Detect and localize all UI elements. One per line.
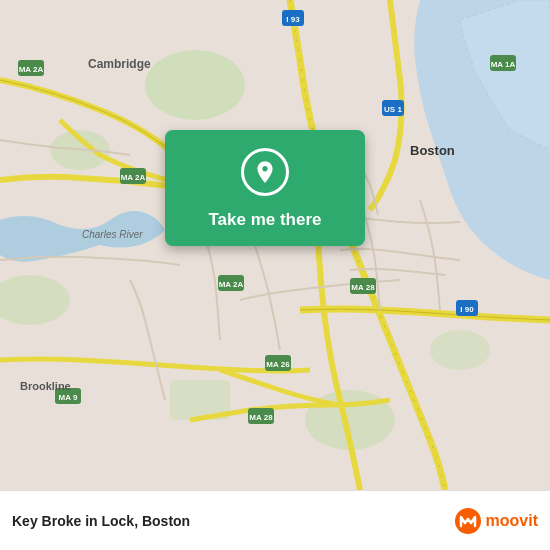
moovit-brand-text: moovit <box>486 512 538 530</box>
svg-text:Brookline: Brookline <box>20 380 71 392</box>
svg-text:Charles River: Charles River <box>82 229 143 240</box>
location-pin-icon <box>252 159 278 185</box>
svg-text:I 90: I 90 <box>460 305 474 314</box>
svg-text:Boston: Boston <box>410 143 455 158</box>
svg-text:I 93: I 93 <box>286 15 300 24</box>
svg-text:Cambridge: Cambridge <box>88 57 151 71</box>
map-container: I 93 US 1 MA 1A MA 2A MA 2A MA 2A MA 28 … <box>0 0 550 490</box>
svg-text:MA 2A: MA 2A <box>121 173 146 182</box>
svg-text:MA 2A: MA 2A <box>19 65 44 74</box>
svg-text:MA 28: MA 28 <box>249 413 273 422</box>
moovit-logo: moovit <box>454 507 538 535</box>
svg-text:US 1: US 1 <box>384 105 402 114</box>
svg-point-1 <box>145 50 245 120</box>
svg-text:MA 9: MA 9 <box>59 393 78 402</box>
location-card: Take me there <box>165 130 365 246</box>
svg-point-5 <box>430 330 490 370</box>
pin-icon-container <box>241 148 289 196</box>
bottom-bar: Key Broke in Lock, Boston moovit <box>0 490 550 550</box>
location-title: Key Broke in Lock, Boston <box>12 513 190 529</box>
svg-text:MA 2A: MA 2A <box>219 280 244 289</box>
svg-text:MA 28: MA 28 <box>351 283 375 292</box>
moovit-brand-icon <box>454 507 482 535</box>
svg-text:MA 1A: MA 1A <box>491 60 516 69</box>
svg-text:MA 26: MA 26 <box>266 360 290 369</box>
take-me-there-button[interactable]: Take me there <box>208 210 321 230</box>
